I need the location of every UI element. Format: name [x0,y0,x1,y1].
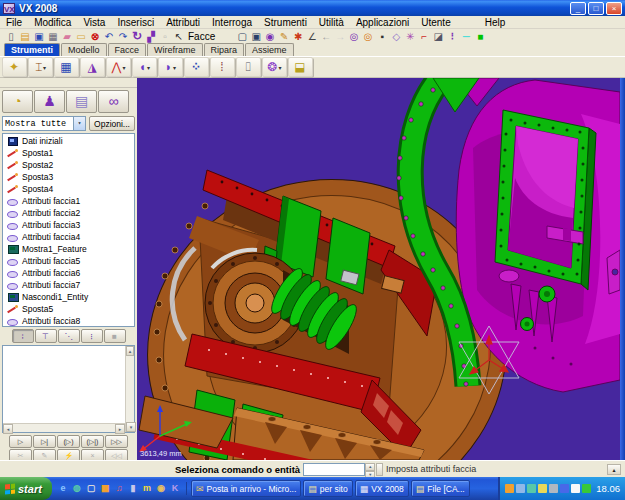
tree-item-sposta5[interactable]: Sposta5 [7,303,134,315]
tree-item-sposta2[interactable]: Sposta2 [7,159,134,171]
section-plane-icon[interactable]: ◪ [431,30,445,43]
plane-tool-button[interactable]: ◮ [80,57,105,77]
stop-icon[interactable]: ⊗ [88,30,102,43]
task-per-sito[interactable]: ▤ per sito [303,480,352,497]
horizontal-scrollbar[interactable] [3,423,125,432]
title-bar[interactable]: VX VX 2008 _ □ × [0,0,625,16]
open-folder-icon[interactable]: ▤ [18,30,32,43]
tree-item-attributi-faccia2[interactable]: Attributi faccia2 [7,207,134,219]
pins-icon[interactable]: ⁝ [445,30,459,43]
command-spinner[interactable]: ▲▼ [365,463,375,476]
tree-item-sposta3[interactable]: Sposta3 [7,171,134,183]
play-to-step-button[interactable]: ▷| [33,435,56,448]
close-button[interactable]: × [606,2,622,15]
magnet-left-button[interactable]: ◖ ▾ [132,57,157,77]
refresh-icon[interactable]: ↻ [130,30,144,43]
minimize-button[interactable]: _ [570,2,586,15]
tree-item-dati-iniziali[interactable]: Dati iniziali [7,135,134,147]
tab-facce[interactable]: Facce [108,43,147,56]
tree-item-sposta4[interactable]: Sposta4 [7,183,134,195]
disabled-icon[interactable]: ▫ [158,30,172,43]
ql-show-desktop[interactable]: ▢ [85,482,97,495]
tray-icon-7[interactable] [571,484,580,493]
menu-modifica[interactable]: Modifica [28,17,77,28]
ref-line-button[interactable]: ⌶ ▾ [28,57,53,77]
history-list[interactable] [2,345,135,433]
bounds-icon[interactable]: ⌐ [417,30,431,43]
menu-vista[interactable]: Vista [77,17,111,28]
polyline-tool-button[interactable]: ⋀ ▾ [106,57,131,77]
ql-media[interactable]: ♫ [113,482,125,495]
tray-icon-4[interactable] [538,484,547,493]
tab-assieme[interactable]: Assieme [245,43,294,56]
layers-tab-icon[interactable]: ▤ [66,90,97,113]
dropdown-arrow-icon[interactable]: ▾ [73,117,85,130]
tree-item-attributi-faccia3[interactable]: Attributi faccia3 [7,219,134,231]
notepad-icon[interactable]: ✎ [277,30,291,43]
ql-winamp[interactable]: m [141,482,153,495]
face-color-sample[interactable]: ■ [473,30,487,43]
vertical-scrollbar[interactable] [125,346,134,432]
new-document-icon[interactable]: ▯ [4,30,18,43]
tree-item-attributi-faccia1[interactable]: Attributi faccia1 [7,195,134,207]
display-icon[interactable]: ▢ [235,30,249,43]
measure-tool-button[interactable]: ⌷ [236,57,261,77]
wheel-tab-icon[interactable]: ◔ [2,90,33,113]
tree-item-attributi-faccia8[interactable]: Attributi faccia8 [7,315,134,327]
angle-icon[interactable]: ∠ [305,30,319,43]
tree-item-attributi-faccia7[interactable]: Attributi faccia7 [7,279,134,291]
web-sphere-button[interactable]: ❂ ▾ [262,57,287,77]
start-button[interactable]: start [0,477,52,500]
ql-office[interactable]: ▦ [99,482,111,495]
tab-modello[interactable]: Modello [61,43,107,56]
play-fast-button[interactable]: ▷▷ [105,435,128,448]
save-icon[interactable]: ▣ [32,30,46,43]
view-wheel-icon[interactable]: ✳ [403,30,417,43]
part-tab-icon[interactable]: ♟ [34,90,65,113]
menu-help[interactable]: Help [479,17,512,28]
magnet-right-button[interactable]: ◗ ▾ [158,57,183,77]
tree-item-nascondi1-entity[interactable]: Nascondi1_Entity [7,291,134,303]
tray-icon-6[interactable] [560,484,569,493]
ql-browser[interactable]: ◍ [71,482,83,495]
maximize-button[interactable]: □ [588,2,604,15]
entities-icon[interactable]: ◉ [263,30,277,43]
back-arrow-icon[interactable]: ← [319,30,333,43]
zoom-fill-icon[interactable]: ▪ [375,30,389,43]
tree-item-mostra1-feature[interactable]: Mostra1_Feature [7,243,134,255]
tray-icon-2[interactable] [516,484,525,493]
tree-item-attributi-faccia6[interactable]: Attributi faccia6 [7,267,134,279]
link-tab-icon[interactable]: ∞ [98,90,129,113]
pick-cursor-icon[interactable]: ↖ [172,30,186,43]
ql-player[interactable]: ◉ [155,482,167,495]
list-view-button[interactable]: ⁞ [12,329,34,343]
zoom-target-icon[interactable]: ◎ [361,30,375,43]
filter-dropdown[interactable]: Mostra tutte ▾ [2,116,86,131]
tree-item-attributi-faccia5[interactable]: Attributi faccia5 [7,255,134,267]
ql-app[interactable]: K [169,482,181,495]
options-button[interactable]: Opzioni... [89,116,135,131]
tree-item-sposta1[interactable]: Sposta1 [7,147,134,159]
view-cube-icon[interactable]: ◇ [389,30,403,43]
display-filled-icon[interactable]: ▣ [249,30,263,43]
status-corner-button[interactable]: ▴ [607,464,621,475]
menu-inserisci[interactable]: Inserisci [111,17,160,28]
menu-interroga[interactable]: Interroga [206,17,258,28]
dots-view-button[interactable]: ⁝ [81,329,103,343]
menu-attributi[interactable]: Attributi [160,17,206,28]
viewport-3d[interactable]: 3613,49 mm [137,78,620,460]
ql-internet-explorer[interactable]: e [57,482,69,495]
task-posta-in-arrivo[interactable]: ✉ Posta in arrivo - Micro... [191,480,301,497]
menu-utilita[interactable]: Utilità [313,17,350,28]
menu-strumenti[interactable]: Strumenti [258,17,313,28]
layer-slab-button[interactable]: ⬓ [288,57,313,77]
grid-tool-button[interactable]: ▦ [54,57,79,77]
eraser-icon[interactable]: ▰ [60,30,74,43]
tab-ripara[interactable]: Ripara [204,43,245,56]
redo-icon[interactable]: ↷ [116,30,130,43]
tray-icon-8[interactable] [582,484,591,493]
menu-utente[interactable]: Utente [415,17,456,28]
print-icon[interactable]: ▦ [46,30,60,43]
spider-icon[interactable]: ✱ [291,30,305,43]
play-button[interactable]: ▷ [9,435,32,448]
